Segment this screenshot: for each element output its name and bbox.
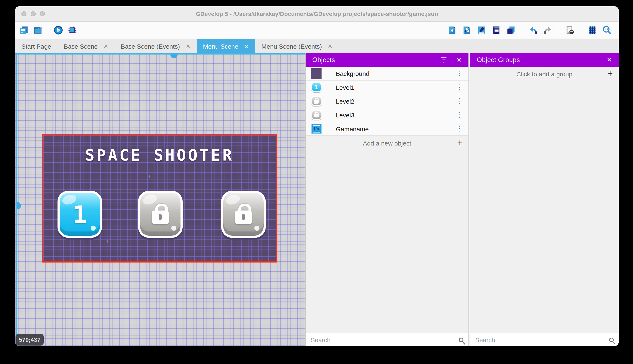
object-row-level1[interactable]: 1 Level1 ⋮ bbox=[305, 80, 468, 94]
add-group-row[interactable]: Click to add a group + bbox=[470, 67, 619, 81]
project-manager-icon[interactable] bbox=[19, 25, 29, 35]
object-name: Background bbox=[336, 70, 369, 77]
objects-panel-header: Objects ✕ bbox=[305, 53, 468, 67]
level2-button-locked[interactable] bbox=[138, 191, 183, 238]
sparkle bbox=[257, 242, 260, 245]
close-icon[interactable]: ✕ bbox=[457, 56, 462, 64]
window-title: GDevelop 5 - /Users/dkarakay/Documents/G… bbox=[15, 10, 619, 17]
object-row-background[interactable]: Background ⋮ bbox=[305, 67, 468, 80]
game-window-left-border bbox=[16, 53, 17, 346]
cursor-coordinates: 570;437 bbox=[16, 334, 44, 346]
main-area: SPACE SHOOTER 1 570;437 Obje bbox=[15, 53, 619, 346]
tab-label: Base Scene bbox=[64, 42, 98, 50]
level3-button-locked[interactable] bbox=[221, 191, 266, 238]
level1-button[interactable]: 1 bbox=[58, 191, 102, 238]
preview-play-icon[interactable] bbox=[53, 25, 63, 35]
search-icon bbox=[609, 337, 614, 342]
object-name: Level3 bbox=[336, 111, 354, 118]
toolbar: 1:1 bbox=[15, 22, 619, 39]
grid-icon[interactable] bbox=[587, 25, 597, 35]
instances-list-icon[interactable] bbox=[491, 25, 501, 35]
tab-label: Menu Scene bbox=[203, 42, 238, 50]
tab-close-icon[interactable]: ✕ bbox=[186, 43, 190, 49]
window-resize-handle-top[interactable] bbox=[170, 54, 178, 58]
window-resize-handle-left[interactable] bbox=[17, 202, 21, 209]
object-groups-editor-icon[interactable] bbox=[462, 25, 472, 35]
close-window-button[interactable] bbox=[22, 11, 27, 16]
zoom-reset-icon[interactable]: 1:1 bbox=[602, 25, 612, 35]
close-icon[interactable]: ✕ bbox=[607, 56, 612, 64]
scene-window-icon[interactable] bbox=[33, 25, 43, 35]
lock-icon bbox=[152, 210, 169, 224]
undo-icon[interactable] bbox=[528, 25, 538, 35]
objects-panel-empty-space bbox=[305, 150, 468, 333]
background-instance-selected[interactable]: SPACE SHOOTER 1 bbox=[42, 134, 277, 262]
tab-base-scene-events[interactable]: Base Scene (Events) ✕ bbox=[114, 39, 197, 53]
objects-panel-title: Objects bbox=[312, 56, 335, 64]
objects-search-row bbox=[305, 333, 468, 346]
minimize-window-button[interactable] bbox=[31, 11, 36, 16]
groups-search-input[interactable] bbox=[470, 336, 619, 343]
sparkle bbox=[148, 175, 151, 178]
tab-label: Base Scene (Events) bbox=[121, 42, 180, 50]
tab-label: Menu Scene (Events) bbox=[261, 42, 322, 50]
level2-thumbnail bbox=[311, 96, 322, 106]
add-object-plus-icon[interactable]: + bbox=[457, 138, 463, 148]
add-object-label: Add a new object bbox=[305, 140, 468, 146]
object-row-gamename[interactable]: Tx Gamename ⋮ bbox=[305, 122, 468, 136]
tab-start-page[interactable]: Start Page bbox=[15, 39, 58, 53]
sparkle bbox=[240, 186, 243, 189]
object-menu-kebab-icon[interactable]: ⋮ bbox=[454, 97, 464, 105]
object-groups-panel-header: Object Groups ✕ bbox=[470, 53, 619, 67]
titlebar: GDevelop 5 - /Users/dkarakay/Documents/G… bbox=[15, 6, 619, 22]
toolbar-right-group: 1:1 bbox=[447, 25, 619, 35]
gdevelop-window: GDevelop 5 - /Users/dkarakay/Documents/G… bbox=[15, 6, 619, 346]
zoom-ratio-label: 1:1 bbox=[604, 28, 608, 30]
objects-search-input[interactable] bbox=[305, 336, 468, 343]
tabbar: Start Page Base Scene ✕ Base Scene (Even… bbox=[15, 39, 619, 53]
object-menu-kebab-icon[interactable]: ⋮ bbox=[454, 111, 464, 119]
window-mask-icon[interactable] bbox=[565, 25, 575, 35]
object-name: Gamename bbox=[336, 125, 369, 132]
object-name: Level1 bbox=[336, 84, 354, 91]
lock-icon bbox=[235, 210, 252, 224]
sparkle bbox=[106, 240, 109, 243]
layers-editor-icon[interactable] bbox=[506, 25, 516, 35]
tab-close-icon[interactable]: ✕ bbox=[104, 43, 108, 49]
tab-close-icon[interactable]: ✕ bbox=[328, 43, 333, 49]
scene-canvas[interactable]: SPACE SHOOTER 1 570;437 bbox=[15, 53, 305, 346]
toolbar-divider bbox=[48, 25, 48, 35]
tab-base-scene[interactable]: Base Scene ✕ bbox=[58, 39, 115, 53]
traffic-lights bbox=[22, 11, 45, 16]
objects-editor-icon[interactable] bbox=[447, 25, 457, 35]
tab-close-icon[interactable]: ✕ bbox=[244, 43, 249, 49]
tab-label: Start Page bbox=[22, 42, 51, 50]
object-menu-kebab-icon[interactable]: ⋮ bbox=[454, 83, 464, 92]
add-object-row[interactable]: Add a new object + bbox=[305, 136, 468, 150]
level1-number: 1 bbox=[73, 201, 87, 228]
tab-menu-scene[interactable]: Menu Scene ✕ bbox=[197, 39, 255, 53]
add-group-plus-icon[interactable]: + bbox=[607, 69, 613, 78]
toolbar-left-group bbox=[15, 25, 77, 35]
add-group-label: Click to add a group bbox=[470, 70, 619, 77]
game-title-text: SPACE SHOOTER bbox=[43, 146, 276, 164]
object-groups-panel: Object Groups ✕ Click to add a group + bbox=[470, 53, 619, 346]
gamename-thumbnail: Tx bbox=[311, 124, 322, 134]
screen: GDevelop 5 - /Users/dkarakay/Documents/G… bbox=[0, 0, 633, 364]
object-menu-kebab-icon[interactable]: ⋮ bbox=[454, 124, 464, 133]
filter-icon[interactable] bbox=[441, 58, 447, 62]
object-name: Level2 bbox=[336, 98, 354, 105]
sparkle bbox=[182, 249, 185, 252]
redo-icon[interactable] bbox=[543, 25, 553, 35]
object-menu-kebab-icon[interactable]: ⋮ bbox=[454, 69, 464, 78]
object-row-level3[interactable]: Level3 ⋮ bbox=[305, 108, 468, 122]
properties-pencil-icon[interactable] bbox=[476, 25, 486, 35]
toolbar-divider bbox=[559, 25, 559, 35]
zoom-window-button[interactable] bbox=[40, 11, 45, 16]
background-thumbnail bbox=[311, 68, 322, 79]
tab-menu-scene-events[interactable]: Menu Scene (Events) ✕ bbox=[255, 39, 339, 53]
level1-thumbnail: 1 bbox=[311, 82, 322, 92]
toolbar-divider bbox=[581, 25, 581, 35]
debugger-bug-icon[interactable] bbox=[67, 25, 77, 35]
object-row-level2[interactable]: Level2 ⋮ bbox=[305, 94, 468, 108]
